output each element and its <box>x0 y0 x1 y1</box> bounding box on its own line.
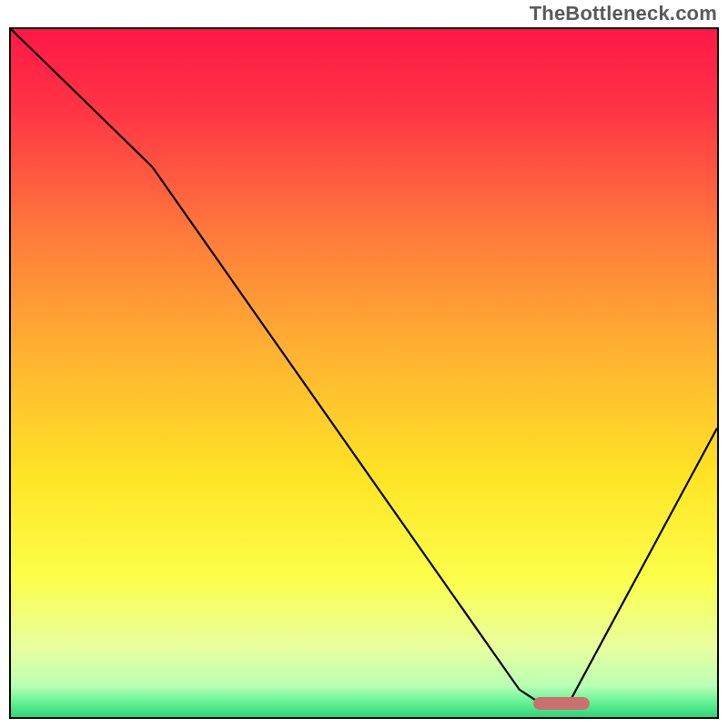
watermark-label: TheBottleneck.com <box>530 2 717 25</box>
chart-canvas <box>9 27 719 719</box>
chart-root: TheBottleneck.com <box>0 0 728 728</box>
gradient-background-svg <box>11 29 717 717</box>
optimal-marker <box>533 697 590 710</box>
